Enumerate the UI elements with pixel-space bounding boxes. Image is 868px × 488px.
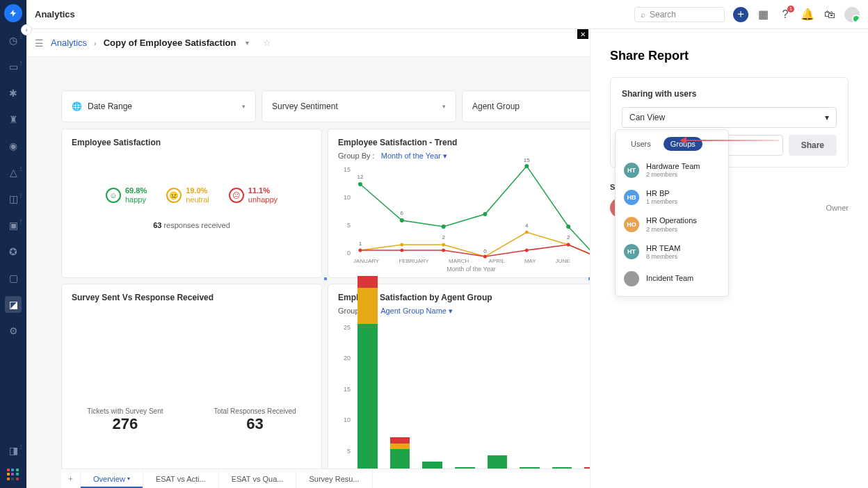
- tab-esat-action[interactable]: ESAT vs Acti...: [143, 469, 219, 488]
- breadcrumb-menu-icon[interactable]: ☰: [35, 38, 44, 49]
- esat-happy: ☺ 69.8%happy: [106, 186, 147, 204]
- happy-face-icon: ☺: [106, 188, 121, 203]
- neutral-face-icon: 😐: [166, 188, 182, 203]
- favorite-icon[interactable]: ☆: [263, 38, 271, 48]
- filter-row: 🌐 Date Range ▾ Survey Sentiment ▾ Agent …: [61, 90, 615, 122]
- svg-point-11: [525, 231, 529, 234]
- svg-text:15: 15: [524, 157, 530, 163]
- global-search[interactable]: ⌕ Search: [634, 7, 725, 22]
- nav-changes[interactable]: ♜: [5, 111, 22, 128]
- search-icon: ⌕: [641, 10, 645, 19]
- svg-point-5: [566, 225, 570, 229]
- topbar: Analytics ⌕ Search ＋ ▦ ?1 🔔 🛍: [26, 0, 868, 29]
- breadcrumb-root[interactable]: Analytics: [51, 38, 87, 48]
- esat-panel: Employee Satisfaction ☺ 69.8%happy 😐 19.…: [61, 129, 322, 278]
- nav-solutions[interactable]: ✪: [5, 243, 22, 260]
- user-avatar[interactable]: [844, 7, 860, 22]
- svg-point-17: [483, 255, 487, 259]
- nav-tickets[interactable]: ▭⋮: [5, 58, 22, 75]
- breadcrumb-current: Copy of Employee Satisfaction: [104, 38, 236, 48]
- survey-panel: Survey Sent Vs Response Received Tickets…: [61, 284, 322, 488]
- trend-panel: Employee Satisfaction - Trend Group By :…: [328, 129, 615, 278]
- dropdown-item[interactable]: HTHardware Team2 members: [616, 156, 728, 184]
- agent-panel: Employee Satisfaction by Agent Group Gro…: [328, 284, 615, 488]
- nav-assets[interactable]: ◫⋮: [5, 190, 22, 207]
- svg-point-14: [358, 249, 362, 252]
- agent-bar-chart: 2520151050 --London L3IncidentEU - L1Lea…: [353, 324, 604, 488]
- help-icon[interactable]: ?1: [778, 7, 793, 22]
- nav-docs[interactable]: ▢: [5, 270, 22, 286]
- dropdown-tab-users[interactable]: Users: [624, 137, 658, 151]
- topbar-widget-icon[interactable]: ▦: [755, 7, 771, 22]
- nav-analytics[interactable]: ◪: [5, 296, 22, 313]
- panel-title: Employee Satisfaction: [62, 129, 321, 152]
- main-sidebar: › ◷⋮ ▭⋮ ✱ ♜ ◉ △⋮ ◫⋮ ▣⋮ ✪ ▢ ◪ ⚙ ◨⋮: [0, 0, 26, 488]
- svg-text:0: 0: [483, 248, 487, 254]
- annotation-arrow: [682, 140, 779, 141]
- svg-point-3: [483, 212, 487, 216]
- nav-settings[interactable]: ⚙: [5, 323, 22, 339]
- nav-dashboard[interactable]: ◷⋮: [5, 32, 22, 49]
- svg-text:12: 12: [357, 174, 364, 180]
- marketplace-icon[interactable]: 🛍: [822, 7, 837, 22]
- responses-text: 63 responses received: [62, 221, 321, 229]
- add-tab-button[interactable]: ＋: [61, 469, 81, 488]
- filter-date-range[interactable]: 🌐 Date Range ▾: [61, 90, 256, 122]
- trend-chart: 151050 12621542010: [353, 166, 603, 257]
- permission-select[interactable]: Can View▾: [622, 107, 837, 128]
- svg-point-2: [442, 225, 446, 229]
- svg-text:2: 2: [567, 234, 570, 241]
- groups-dropdown: Users Groups HTHardware Team2 membersHBH…: [615, 129, 729, 297]
- notifications-icon[interactable]: 🔔: [800, 7, 815, 22]
- breadcrumb-dropdown-icon[interactable]: ▾: [246, 39, 249, 47]
- new-button[interactable]: ＋: [733, 7, 748, 22]
- chevron-down-icon: ▾: [825, 113, 829, 122]
- svg-point-15: [400, 249, 403, 252]
- groupby-dropdown[interactable]: Agent Group Name ▾: [380, 307, 453, 315]
- nav-contacts[interactable]: ▣⋮: [5, 217, 22, 234]
- globe-icon: 🌐: [72, 101, 82, 111]
- svg-point-4: [524, 164, 529, 168]
- dropdown-item[interactable]: HOHR Operations2 members: [616, 211, 728, 238]
- share-button[interactable]: Share: [789, 135, 837, 156]
- dropdown-item[interactable]: HBHR BP1 members: [616, 184, 728, 211]
- member-role: Owner: [826, 204, 849, 212]
- sidebar-expand-toggle[interactable]: ›: [21, 24, 32, 35]
- nav-alerts[interactable]: △⋮: [5, 164, 22, 181]
- search-placeholder: Search: [650, 10, 676, 19]
- resize-handle[interactable]: [324, 277, 327, 280]
- survey-recv-stat: Total Responses Received 63: [214, 407, 296, 433]
- dropdown-item[interactable]: Incident Team: [616, 266, 728, 292]
- dropdown-item[interactable]: HTHR TEAM8 members: [616, 238, 728, 266]
- panel-title: Survey Sent Vs Response Received: [62, 284, 321, 307]
- svg-point-18: [525, 249, 529, 252]
- nav-problems[interactable]: ✱: [5, 85, 22, 101]
- panel-close-handle[interactable]: ✕: [577, 29, 588, 39]
- svg-text:1: 1: [359, 241, 362, 247]
- sharing-label: Sharing with users: [622, 89, 837, 99]
- unhappy-face-icon: ☹: [229, 188, 244, 203]
- svg-point-0: [358, 182, 362, 186]
- panel-title: Employee Satisfaction - Trend: [328, 129, 614, 152]
- esat-unhappy: ☹ 11.1%unhappy: [229, 186, 278, 204]
- esat-neutral: 😐 19.0%neutral: [166, 186, 209, 204]
- filter-sentiment[interactable]: Survey Sentiment ▾: [262, 90, 456, 122]
- svg-text:6: 6: [401, 210, 404, 216]
- chevron-down-icon: ▾: [242, 103, 246, 110]
- app-logo[interactable]: [4, 4, 22, 22]
- help-badge: 1: [787, 6, 794, 13]
- svg-text:4: 4: [525, 222, 529, 229]
- svg-point-19: [567, 243, 570, 247]
- svg-text:2: 2: [442, 234, 445, 241]
- tab-esat-quarter[interactable]: ESAT vs Qua...: [219, 469, 297, 488]
- nav-releases[interactable]: ◉: [5, 138, 22, 154]
- svg-point-8: [400, 243, 403, 247]
- app-switcher-icon[interactable]: [7, 469, 19, 481]
- nav-cube[interactable]: ◨⋮: [5, 442, 22, 459]
- chevron-down-icon: ▾: [442, 103, 446, 110]
- share-panel-title: Share Report: [610, 49, 849, 63]
- breadcrumb-separator: ›: [94, 39, 97, 47]
- groupby-dropdown[interactable]: Month of the Year ▾: [381, 152, 447, 160]
- tab-survey-results[interactable]: Survey Resu...: [296, 469, 372, 488]
- tab-overview[interactable]: Overview ▾: [81, 469, 143, 488]
